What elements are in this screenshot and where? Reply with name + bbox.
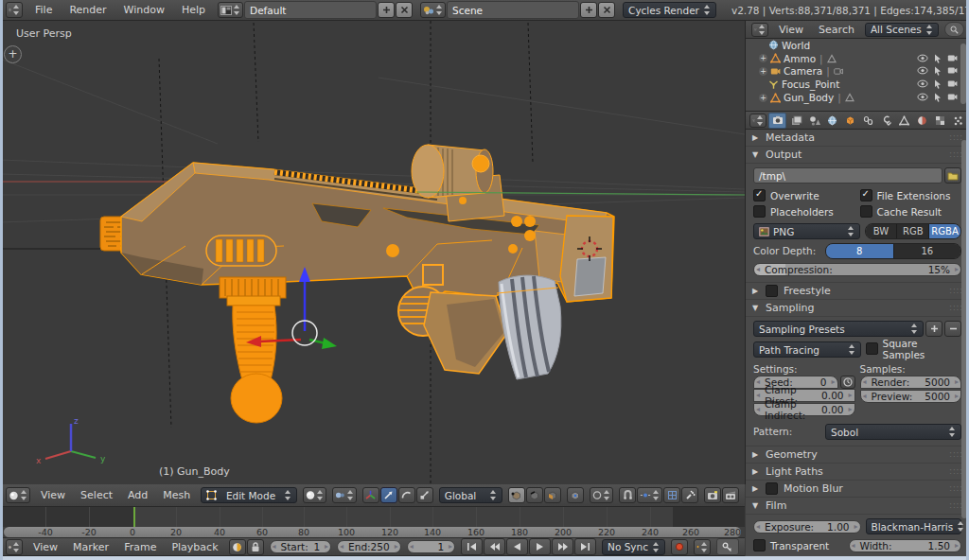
add-preset-button[interactable] [925, 321, 943, 337]
sampling-presets-dropdown[interactable]: Sampling Presets [753, 321, 924, 337]
viewport-shading-dropdown[interactable] [303, 487, 326, 503]
opengl-render-anim-button[interactable] [722, 487, 739, 503]
auto-keyframe-record-button[interactable] [671, 539, 688, 555]
prev-keyframe-button[interactable] [484, 538, 505, 555]
snap-element-dropdown[interactable] [637, 487, 662, 503]
visibility-eye-icon[interactable] [917, 66, 928, 75]
menu-render[interactable]: Render [64, 4, 111, 16]
next-keyframe-button[interactable] [552, 538, 573, 555]
manipulator-rotate-button[interactable] [398, 487, 415, 503]
tab-constraints[interactable] [860, 114, 876, 128]
jump-to-end-button[interactable] [574, 538, 596, 555]
tab-object[interactable] [842, 114, 858, 128]
selectability-cursor-icon[interactable] [934, 93, 942, 102]
preview-samples-field[interactable]: Preview:5000 [860, 390, 962, 403]
expand-icon[interactable]: + [759, 54, 767, 62]
menu-file[interactable]: File [30, 4, 57, 16]
scene-browse-button[interactable] [420, 2, 446, 18]
color-depth-16[interactable]: 16 [894, 244, 961, 258]
tab-render[interactable] [768, 113, 786, 129]
sync-mode-dropdown[interactable]: No Sync [602, 539, 665, 555]
renderability-camera-icon[interactable] [947, 66, 958, 75]
edge-select-mode-button[interactable] [526, 487, 543, 503]
snap-peel-button[interactable] [681, 487, 698, 503]
gun-body-mesh[interactable] [100, 145, 614, 423]
color-mode-rgb[interactable]: RGB [897, 224, 929, 238]
panel-film[interactable]: ▼Film:::: [746, 498, 969, 515]
outliner-search-input[interactable] [944, 22, 964, 37]
menu-view3d-mesh[interactable]: Mesh [158, 489, 195, 501]
render-engine-dropdown[interactable]: Cycles Render [623, 2, 716, 18]
use-preview-range-button[interactable] [229, 539, 246, 555]
color-depth-8[interactable]: 8 [826, 244, 894, 258]
current-frame-field[interactable]: 1 [407, 540, 455, 553]
renderability-camera-icon[interactable] [947, 93, 958, 101]
screen-layout-name-field[interactable]: Default [244, 1, 377, 19]
delete-screen-layout-button[interactable] [396, 2, 413, 18]
menu-timeline-view[interactable]: View [28, 541, 62, 553]
panel-light-paths[interactable]: ▶Light Paths:::: [746, 464, 969, 481]
square-samples-checkbox[interactable]: Square Samples [866, 341, 962, 356]
visibility-eye-icon[interactable] [917, 79, 928, 88]
snap-target-button[interactable] [663, 487, 680, 503]
tab-particles[interactable] [950, 114, 966, 128]
panel-output[interactable]: ▼Output:::: [746, 147, 969, 164]
output-path-browse-button[interactable] [944, 167, 961, 184]
scene-name-field[interactable]: Scene [447, 1, 579, 19]
compression-slider[interactable]: Compression:15% [753, 263, 961, 276]
timeline-ruler[interactable]: -40 -20 0 20 40 60 80 100 120 140 160 18… [0, 527, 745, 537]
manipulator-scale-button[interactable] [416, 487, 433, 503]
outliner-row-gun-body[interactable]: + Gun_Body | [746, 91, 969, 104]
timeline-view[interactable] [0, 507, 745, 527]
editor-type-3dview-button[interactable] [6, 487, 30, 503]
active-keying-set-field[interactable] [716, 538, 739, 555]
panel-geometry[interactable]: ▶Geometry:::: [746, 446, 969, 464]
outliner-row-focus-point[interactable]: Focus_Point [746, 78, 969, 91]
motion-blur-checkbox[interactable] [766, 482, 778, 495]
selectability-cursor-icon[interactable] [934, 66, 942, 76]
panel-sampling[interactable]: ▼Sampling:::: [746, 300, 969, 317]
toolshelf-expand-button[interactable]: + [4, 45, 22, 63]
editor-type-properties-button[interactable] [749, 114, 766, 128]
menu-view3d-select[interactable]: Select [76, 489, 117, 501]
delete-scene-button[interactable] [598, 2, 615, 18]
tab-render-layers[interactable] [788, 114, 804, 128]
editor-type-timeline-button[interactable] [6, 539, 23, 555]
panel-metadata[interactable]: ▶Metadata:::: [746, 130, 969, 147]
outliner-row-ammo[interactable]: + Ammo | [746, 52, 969, 65]
menu-timeline-playback[interactable]: Playback [167, 541, 222, 553]
file-extensions-checkbox[interactable]: File Extensions [860, 188, 962, 202]
play-reverse-button[interactable] [506, 538, 528, 555]
tab-modifiers[interactable] [878, 114, 894, 128]
expand-icon[interactable]: + [759, 67, 767, 76]
menu-outliner-view[interactable]: View [774, 24, 808, 36]
add-scene-button[interactable] [580, 2, 597, 18]
lock-time-cursor-button[interactable] [247, 539, 264, 555]
visibility-eye-icon[interactable] [917, 93, 928, 101]
expand-icon[interactable]: + [759, 94, 767, 102]
vertex-select-mode-button[interactable] [508, 487, 525, 503]
play-button[interactable] [529, 538, 551, 555]
keying-set-dropdown[interactable] [694, 539, 711, 555]
manipulator-toggle-button[interactable] [362, 487, 379, 503]
render-samples-field[interactable]: Render:5000 [860, 376, 962, 389]
outliner-row-world[interactable]: World [746, 39, 969, 52]
add-screen-layout-button[interactable] [378, 2, 395, 18]
snap-toggle-button[interactable] [619, 487, 636, 503]
transform-orientation-dropdown[interactable]: Global [439, 487, 502, 503]
filter-type-dropdown[interactable]: Blackman-Harris [866, 518, 962, 534]
outliner-display-dropdown[interactable]: All Scenes [865, 23, 939, 37]
screen-layout-browse-button[interactable] [218, 2, 243, 18]
visibility-eye-icon[interactable] [917, 54, 928, 62]
menu-outliner-search[interactable]: Search [814, 24, 859, 36]
tab-world[interactable] [824, 114, 840, 128]
menu-help[interactable]: Help [177, 4, 210, 16]
viewport-3d[interactable]: x y z User Persp (1) Gun_Body + [0, 21, 746, 484]
color-mode-bw[interactable]: BW [866, 224, 898, 238]
panel-motion-blur[interactable]: ▶Motion Blur:::: [746, 481, 969, 498]
editor-type-outliner-button[interactable] [751, 23, 768, 37]
panel-freestyle[interactable]: ▶Freestyle:::: [746, 283, 969, 300]
freestyle-checkbox[interactable] [766, 285, 778, 297]
animated-seed-button[interactable] [840, 376, 855, 389]
menu-timeline-marker[interactable]: Marker [68, 541, 114, 553]
